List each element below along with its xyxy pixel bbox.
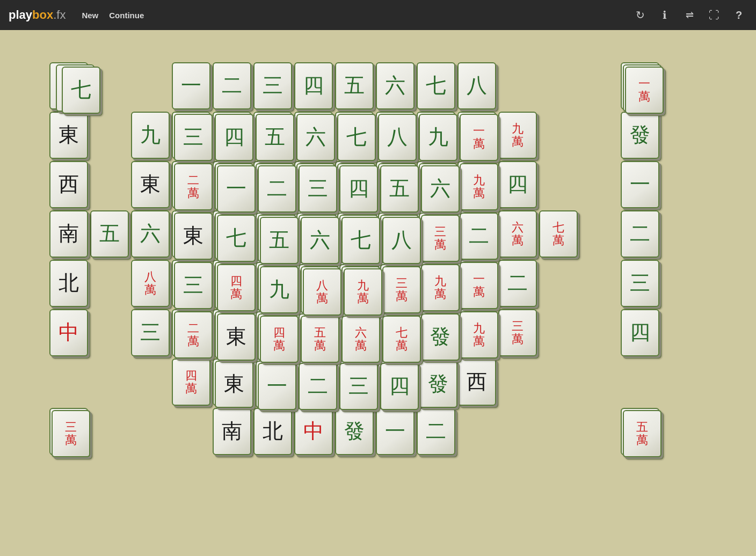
fullscreen-icon[interactable]: ⛶ [706, 6, 723, 24]
tile[interactable]: 七 [62, 67, 100, 114]
tile[interactable]: 七 萬 [539, 210, 578, 258]
tile[interactable]: 五 [380, 165, 419, 213]
tile[interactable]: 一 萬 [460, 262, 498, 309]
tile[interactable]: 八 萬 [303, 268, 341, 316]
refresh-icon[interactable]: ↻ [631, 6, 649, 24]
logo-fx: .fx [53, 8, 66, 21]
tile[interactable]: 一 萬 [460, 114, 498, 161]
tile[interactable]: 四 [498, 161, 537, 208]
tile[interactable]: 九 萬 [421, 264, 460, 311]
tile[interactable]: 四 萬 [217, 264, 256, 311]
tile[interactable]: 西 [49, 161, 88, 208]
header-icons: ↻ ℹ ⇌ ⛶ ? [631, 6, 747, 24]
tile[interactable]: 南 [49, 210, 88, 258]
continue-button[interactable]: Continue [109, 11, 144, 20]
tile[interactable]: 一 [172, 62, 210, 109]
tile[interactable]: 南 [213, 408, 251, 455]
tile[interactable]: 中 [49, 309, 88, 356]
help-icon[interactable]: ? [730, 6, 747, 24]
tile[interactable]: 三 萬 [498, 309, 537, 356]
tile[interactable]: 三 [174, 262, 213, 309]
tile[interactable]: 七 [341, 217, 380, 264]
mahjong-board: 一二三四五六七八九一 萬二 萬三 萬四 萬五 萬六 萬七 萬八 萬九 萬東西南北… [120, 57, 636, 529]
tile[interactable]: 東 [215, 361, 253, 408]
tile[interactable]: 九 [131, 112, 170, 159]
tile[interactable]: 九 萬 [460, 163, 498, 210]
tile[interactable]: 六 [301, 217, 339, 264]
tile[interactable]: 西 [457, 359, 496, 406]
tile[interactable]: 四 [339, 165, 378, 213]
tile[interactable]: 二 萬 [174, 163, 213, 210]
tile[interactable]: 中 [294, 408, 333, 455]
tile[interactable]: 北 [49, 260, 88, 307]
tile[interactable]: 一 [217, 165, 256, 213]
tile[interactable]: 七 萬 [382, 316, 421, 363]
tile[interactable]: 發 [419, 361, 457, 408]
tile[interactable]: 五 萬 [623, 410, 662, 457]
tile[interactable]: 九 萬 [498, 112, 537, 159]
tile[interactable]: 一 萬 [625, 67, 664, 114]
tile[interactable]: 九 萬 [344, 268, 382, 316]
tile[interactable]: 四 [621, 309, 659, 356]
tile[interactable]: 五 萬 [301, 316, 339, 363]
tile[interactable]: 九 [260, 266, 299, 313]
tile[interactable]: 二 [213, 62, 251, 109]
tile[interactable]: 七 [417, 62, 455, 109]
tile[interactable]: 七 [217, 215, 256, 262]
tile[interactable]: 二 [417, 408, 455, 455]
tile[interactable]: 三 [299, 165, 337, 213]
tile[interactable]: 一 [621, 161, 659, 208]
tile[interactable]: 八 萬 [131, 260, 170, 307]
tile[interactable]: 六 [421, 165, 460, 213]
logo-box: box [32, 8, 53, 21]
tile[interactable]: 九 萬 [460, 311, 498, 359]
tile[interactable]: 東 [131, 161, 170, 208]
tile[interactable]: 二 [498, 260, 537, 307]
tile[interactable]: 六 [131, 210, 170, 258]
tile[interactable]: 三 萬 [52, 410, 90, 457]
tile[interactable]: 一 [258, 363, 296, 410]
shuffle-icon[interactable]: ⇌ [681, 6, 698, 24]
tile[interactable]: 二 萬 [174, 311, 213, 359]
tile[interactable]: 三 [621, 260, 659, 307]
tile[interactable]: 北 [253, 408, 292, 455]
tile[interactable]: 九 [419, 114, 457, 161]
tile[interactable]: 五 [335, 62, 374, 109]
tile[interactable]: 東 [49, 112, 88, 159]
tile[interactable]: 三 萬 [421, 215, 460, 262]
tile[interactable]: 三 [253, 62, 292, 109]
tile[interactable]: 二 [299, 363, 337, 410]
tile[interactable]: 一 [376, 408, 415, 455]
tile[interactable]: 二 [258, 165, 296, 213]
new-game-button[interactable]: New [82, 11, 98, 20]
tile[interactable]: 四 萬 [172, 359, 210, 406]
tile[interactable]: 二 [460, 213, 498, 260]
tile[interactable]: 東 [217, 313, 256, 361]
tile[interactable]: 東 [174, 213, 213, 260]
tile[interactable]: 四 萬 [260, 316, 299, 363]
tile[interactable]: 八 [382, 217, 421, 264]
game-area: 一二三四五六七八九一 萬二 萬三 萬四 萬五 萬六 萬七 萬八 萬九 萬東西南北… [0, 30, 756, 556]
tile[interactable]: 四 [294, 62, 333, 109]
info-icon[interactable]: ℹ [656, 6, 673, 24]
tile[interactable]: 五 [260, 217, 299, 264]
tile[interactable]: 三 [174, 114, 213, 161]
tile[interactable]: 六 [376, 62, 415, 109]
tile[interactable]: 三 [339, 363, 378, 410]
tile[interactable]: 二 [621, 210, 659, 258]
tile[interactable]: 八 [378, 114, 417, 161]
tile[interactable]: 五 [90, 210, 129, 258]
tile[interactable]: 六 [296, 114, 335, 161]
tile[interactable]: 發 [621, 112, 659, 159]
tile[interactable]: 八 [457, 62, 496, 109]
tile[interactable]: 七 [337, 114, 376, 161]
tile[interactable]: 六 萬 [341, 316, 380, 363]
tile[interactable]: 四 [215, 114, 253, 161]
tile[interactable]: 發 [335, 408, 374, 455]
tile[interactable]: 四 [380, 363, 419, 410]
tile[interactable]: 三 萬 [382, 266, 421, 313]
tile[interactable]: 三 [131, 309, 170, 356]
tile[interactable]: 六 萬 [498, 210, 537, 258]
tile[interactable]: 發 [421, 313, 460, 361]
tile[interactable]: 五 [256, 114, 294, 161]
